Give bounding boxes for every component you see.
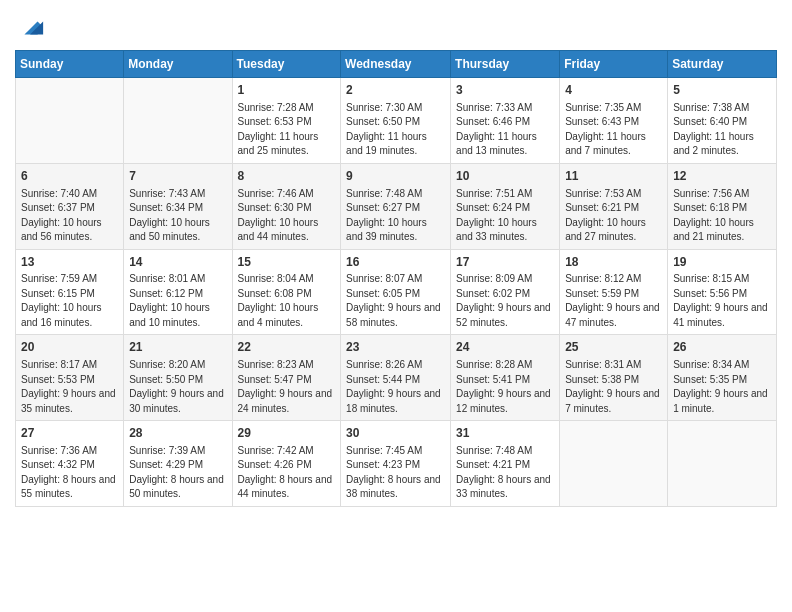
calendar-cell: 1Sunrise: 7:28 AM Sunset: 6:53 PM Daylig… xyxy=(232,78,341,164)
day-number: 11 xyxy=(565,168,662,185)
day-number: 16 xyxy=(346,254,445,271)
day-number: 29 xyxy=(238,425,336,442)
day-info: Sunrise: 8:17 AM Sunset: 5:53 PM Dayligh… xyxy=(21,358,118,416)
day-info: Sunrise: 8:12 AM Sunset: 5:59 PM Dayligh… xyxy=(565,272,662,330)
day-of-week-header: Tuesday xyxy=(232,51,341,78)
day-number: 21 xyxy=(129,339,226,356)
day-number: 5 xyxy=(673,82,771,99)
calendar-cell: 5Sunrise: 7:38 AM Sunset: 6:40 PM Daylig… xyxy=(668,78,777,164)
calendar-cell: 3Sunrise: 7:33 AM Sunset: 6:46 PM Daylig… xyxy=(451,78,560,164)
day-number: 4 xyxy=(565,82,662,99)
day-info: Sunrise: 7:48 AM Sunset: 4:21 PM Dayligh… xyxy=(456,444,554,502)
calendar-cell: 27Sunrise: 7:36 AM Sunset: 4:32 PM Dayli… xyxy=(16,421,124,507)
day-number: 12 xyxy=(673,168,771,185)
day-number: 26 xyxy=(673,339,771,356)
calendar-week-row: 20Sunrise: 8:17 AM Sunset: 5:53 PM Dayli… xyxy=(16,335,777,421)
day-number: 25 xyxy=(565,339,662,356)
calendar-cell: 17Sunrise: 8:09 AM Sunset: 6:02 PM Dayli… xyxy=(451,249,560,335)
day-number: 24 xyxy=(456,339,554,356)
day-info: Sunrise: 7:30 AM Sunset: 6:50 PM Dayligh… xyxy=(346,101,445,159)
logo-icon xyxy=(17,14,45,42)
day-info: Sunrise: 8:09 AM Sunset: 6:02 PM Dayligh… xyxy=(456,272,554,330)
day-info: Sunrise: 8:31 AM Sunset: 5:38 PM Dayligh… xyxy=(565,358,662,416)
calendar-cell: 18Sunrise: 8:12 AM Sunset: 5:59 PM Dayli… xyxy=(560,249,668,335)
day-number: 2 xyxy=(346,82,445,99)
calendar-cell: 31Sunrise: 7:48 AM Sunset: 4:21 PM Dayli… xyxy=(451,421,560,507)
day-info: Sunrise: 7:36 AM Sunset: 4:32 PM Dayligh… xyxy=(21,444,118,502)
calendar-cell: 9Sunrise: 7:48 AM Sunset: 6:27 PM Daylig… xyxy=(341,163,451,249)
day-number: 13 xyxy=(21,254,118,271)
day-info: Sunrise: 8:28 AM Sunset: 5:41 PM Dayligh… xyxy=(456,358,554,416)
day-number: 6 xyxy=(21,168,118,185)
day-of-week-header: Saturday xyxy=(668,51,777,78)
day-number: 7 xyxy=(129,168,226,185)
day-number: 30 xyxy=(346,425,445,442)
day-of-week-header: Thursday xyxy=(451,51,560,78)
day-info: Sunrise: 7:39 AM Sunset: 4:29 PM Dayligh… xyxy=(129,444,226,502)
day-info: Sunrise: 7:53 AM Sunset: 6:21 PM Dayligh… xyxy=(565,187,662,245)
day-info: Sunrise: 7:28 AM Sunset: 6:53 PM Dayligh… xyxy=(238,101,336,159)
day-info: Sunrise: 8:07 AM Sunset: 6:05 PM Dayligh… xyxy=(346,272,445,330)
calendar-cell xyxy=(124,78,232,164)
logo xyxy=(15,14,45,42)
day-number: 20 xyxy=(21,339,118,356)
day-number: 19 xyxy=(673,254,771,271)
day-info: Sunrise: 7:42 AM Sunset: 4:26 PM Dayligh… xyxy=(238,444,336,502)
calendar-cell: 16Sunrise: 8:07 AM Sunset: 6:05 PM Dayli… xyxy=(341,249,451,335)
calendar-cell: 6Sunrise: 7:40 AM Sunset: 6:37 PM Daylig… xyxy=(16,163,124,249)
calendar-cell: 14Sunrise: 8:01 AM Sunset: 6:12 PM Dayli… xyxy=(124,249,232,335)
calendar-cell: 11Sunrise: 7:53 AM Sunset: 6:21 PM Dayli… xyxy=(560,163,668,249)
day-number: 3 xyxy=(456,82,554,99)
day-info: Sunrise: 7:59 AM Sunset: 6:15 PM Dayligh… xyxy=(21,272,118,330)
calendar-cell: 12Sunrise: 7:56 AM Sunset: 6:18 PM Dayli… xyxy=(668,163,777,249)
day-info: Sunrise: 7:33 AM Sunset: 6:46 PM Dayligh… xyxy=(456,101,554,159)
calendar-cell: 29Sunrise: 7:42 AM Sunset: 4:26 PM Dayli… xyxy=(232,421,341,507)
day-info: Sunrise: 8:01 AM Sunset: 6:12 PM Dayligh… xyxy=(129,272,226,330)
day-number: 10 xyxy=(456,168,554,185)
calendar-week-row: 1Sunrise: 7:28 AM Sunset: 6:53 PM Daylig… xyxy=(16,78,777,164)
calendar-cell: 21Sunrise: 8:20 AM Sunset: 5:50 PM Dayli… xyxy=(124,335,232,421)
calendar-cell xyxy=(16,78,124,164)
day-number: 1 xyxy=(238,82,336,99)
calendar-cell: 25Sunrise: 8:31 AM Sunset: 5:38 PM Dayli… xyxy=(560,335,668,421)
day-number: 14 xyxy=(129,254,226,271)
calendar-cell: 10Sunrise: 7:51 AM Sunset: 6:24 PM Dayli… xyxy=(451,163,560,249)
day-info: Sunrise: 7:46 AM Sunset: 6:30 PM Dayligh… xyxy=(238,187,336,245)
day-info: Sunrise: 7:38 AM Sunset: 6:40 PM Dayligh… xyxy=(673,101,771,159)
calendar-cell: 13Sunrise: 7:59 AM Sunset: 6:15 PM Dayli… xyxy=(16,249,124,335)
header xyxy=(15,10,777,42)
calendar-cell: 8Sunrise: 7:46 AM Sunset: 6:30 PM Daylig… xyxy=(232,163,341,249)
calendar-cell xyxy=(668,421,777,507)
day-number: 18 xyxy=(565,254,662,271)
page: SundayMondayTuesdayWednesdayThursdayFrid… xyxy=(0,0,792,522)
calendar-cell: 2Sunrise: 7:30 AM Sunset: 6:50 PM Daylig… xyxy=(341,78,451,164)
calendar-cell: 19Sunrise: 8:15 AM Sunset: 5:56 PM Dayli… xyxy=(668,249,777,335)
day-number: 9 xyxy=(346,168,445,185)
calendar-cell xyxy=(560,421,668,507)
day-info: Sunrise: 7:35 AM Sunset: 6:43 PM Dayligh… xyxy=(565,101,662,159)
day-of-week-header: Wednesday xyxy=(341,51,451,78)
day-info: Sunrise: 8:34 AM Sunset: 5:35 PM Dayligh… xyxy=(673,358,771,416)
day-info: Sunrise: 8:26 AM Sunset: 5:44 PM Dayligh… xyxy=(346,358,445,416)
day-info: Sunrise: 7:45 AM Sunset: 4:23 PM Dayligh… xyxy=(346,444,445,502)
day-info: Sunrise: 8:20 AM Sunset: 5:50 PM Dayligh… xyxy=(129,358,226,416)
calendar-cell: 20Sunrise: 8:17 AM Sunset: 5:53 PM Dayli… xyxy=(16,335,124,421)
day-number: 23 xyxy=(346,339,445,356)
calendar-cell: 28Sunrise: 7:39 AM Sunset: 4:29 PM Dayli… xyxy=(124,421,232,507)
day-of-week-header: Monday xyxy=(124,51,232,78)
day-info: Sunrise: 7:56 AM Sunset: 6:18 PM Dayligh… xyxy=(673,187,771,245)
day-info: Sunrise: 7:40 AM Sunset: 6:37 PM Dayligh… xyxy=(21,187,118,245)
day-info: Sunrise: 7:48 AM Sunset: 6:27 PM Dayligh… xyxy=(346,187,445,245)
day-number: 15 xyxy=(238,254,336,271)
day-info: Sunrise: 7:51 AM Sunset: 6:24 PM Dayligh… xyxy=(456,187,554,245)
calendar-cell: 26Sunrise: 8:34 AM Sunset: 5:35 PM Dayli… xyxy=(668,335,777,421)
day-info: Sunrise: 8:04 AM Sunset: 6:08 PM Dayligh… xyxy=(238,272,336,330)
day-number: 31 xyxy=(456,425,554,442)
calendar-week-row: 27Sunrise: 7:36 AM Sunset: 4:32 PM Dayli… xyxy=(16,421,777,507)
calendar-cell: 24Sunrise: 8:28 AM Sunset: 5:41 PM Dayli… xyxy=(451,335,560,421)
day-of-week-header: Friday xyxy=(560,51,668,78)
day-of-week-header: Sunday xyxy=(16,51,124,78)
calendar-header-row: SundayMondayTuesdayWednesdayThursdayFrid… xyxy=(16,51,777,78)
day-info: Sunrise: 7:43 AM Sunset: 6:34 PM Dayligh… xyxy=(129,187,226,245)
day-number: 28 xyxy=(129,425,226,442)
